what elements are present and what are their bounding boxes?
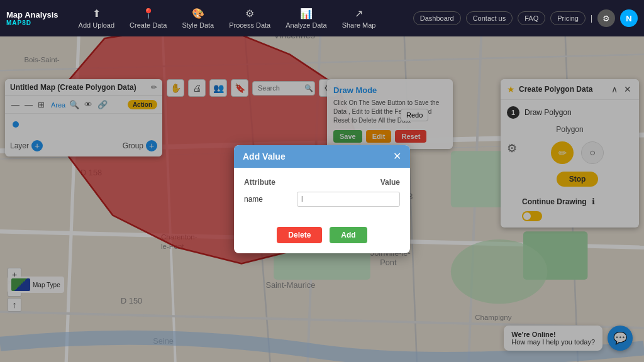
pricing-button[interactable]: Pricing (550, 11, 586, 25)
share-map-icon: ↗ (355, 8, 363, 19)
modal-body: Attribute Value name (234, 168, 410, 227)
nav-right: Dashboard Contact us FAQ Pricing | ⚙ N (413, 9, 638, 27)
nav-style-data-label: Style Data (182, 21, 214, 29)
modal-close-button[interactable]: ✕ (393, 151, 401, 162)
nav-add-upload-label: Add Upload (79, 21, 115, 29)
nav-create-data-label: Create Data (130, 21, 167, 29)
brand: Map Analysis MAP8D (6, 10, 58, 26)
nav-analyze-data[interactable]: 📊 Analyze Data (278, 8, 334, 29)
modal-header: Add Value ✕ (234, 145, 410, 168)
add-value-modal: Add Value ✕ Attribute Value name Delete … (234, 145, 410, 253)
nav-create-data[interactable]: 📍 Create Data (122, 8, 174, 29)
modal-columns: Attribute Value (244, 178, 400, 187)
create-data-icon: 📍 (142, 8, 155, 19)
dashboard-button[interactable]: Dashboard (413, 11, 461, 25)
add-upload-icon: ⬆ (92, 8, 101, 19)
nav-style-data[interactable]: 🎨 Style Data (174, 8, 221, 29)
user-settings-icon[interactable]: ⚙ (597, 9, 615, 27)
modal-title: Add Value (243, 151, 286, 162)
faq-button[interactable]: FAQ (518, 11, 545, 25)
analyze-data-icon: 📊 (300, 8, 313, 19)
nav-share-map[interactable]: ↗ Share Map (335, 8, 384, 29)
nav-process-data-label: Process Data (229, 21, 270, 29)
delete-button[interactable]: Delete (277, 227, 322, 243)
nav-add-upload[interactable]: ⬆ Add Upload (71, 8, 123, 29)
modal-overlay[interactable]: Add Value ✕ Attribute Value name Delete … (0, 36, 644, 362)
nav-analyze-data-label: Analyze Data (286, 21, 326, 29)
modal-footer: Delete Add (234, 227, 410, 253)
value-column-header: Value (322, 178, 400, 187)
process-data-icon: ⚙ (245, 8, 254, 19)
attribute-column-header: Attribute (244, 178, 322, 187)
nav-process-data[interactable]: ⚙ Process Data (221, 8, 278, 29)
modal-row: name (244, 192, 400, 207)
value-input[interactable] (297, 192, 400, 207)
brand-title: Map Analysis (6, 10, 58, 19)
attribute-name: name (244, 195, 291, 204)
nav-divider: | (591, 14, 592, 23)
style-data-icon: 🎨 (192, 8, 204, 19)
brand-subtitle: MAP8D (6, 19, 31, 26)
navbar: Map Analysis MAP8D ⬆ Add Upload 📍 Create… (0, 0, 644, 36)
map-container[interactable]: Vincennes Bois-Saint- Saint-Mandé Charen… (0, 36, 644, 362)
contact-button[interactable]: Contact us (466, 11, 513, 25)
nav-share-map-label: Share Map (342, 21, 376, 29)
add-button[interactable]: Add (330, 227, 367, 243)
user-avatar[interactable]: N (620, 9, 638, 27)
